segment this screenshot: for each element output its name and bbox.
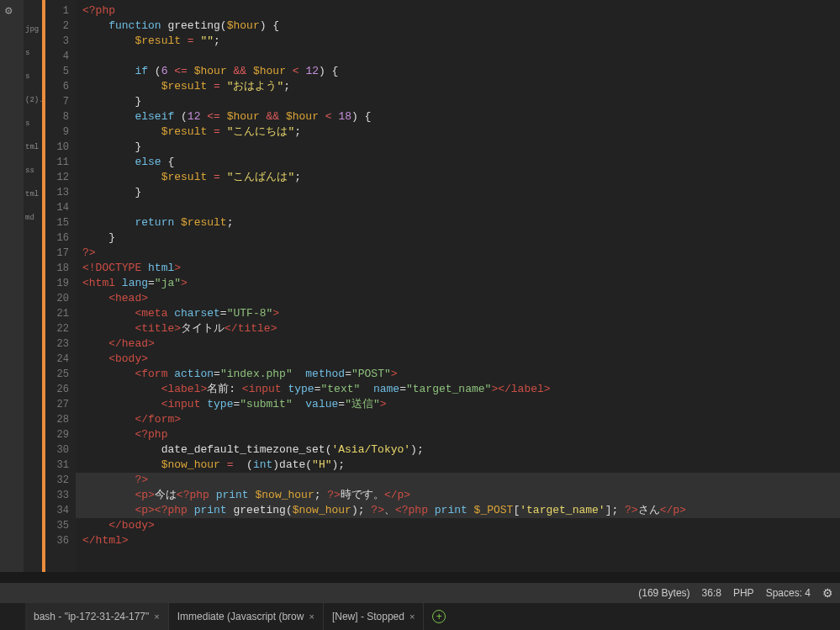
close-icon[interactable]: ×: [154, 611, 159, 622]
line-number: 28: [45, 412, 76, 427]
settings-gear-icon[interactable]: ⚙: [822, 586, 833, 600]
code-line[interactable]: $result = "おはよう";: [76, 79, 840, 94]
code-line[interactable]: return $result;: [76, 215, 840, 230]
terminal-tab[interactable]: bash - "ip-172-31-24-177"×: [25, 603, 169, 630]
code-line[interactable]: }: [76, 185, 840, 200]
code-line[interactable]: [76, 49, 840, 64]
close-icon[interactable]: ×: [309, 611, 314, 622]
terminal-tab-label: bash - "ip-172-31-24-177": [34, 611, 149, 622]
line-number: 24: [45, 352, 76, 367]
language-mode[interactable]: PHP: [733, 587, 754, 599]
file-tree-item[interactable]: tml: [24, 190, 42, 199]
file-tree-item[interactable]: jpg: [24, 25, 42, 34]
line-number: 17: [45, 246, 76, 261]
file-tree-item[interactable]: md: [24, 214, 42, 222]
file-tree-item[interactable]: ss: [24, 167, 42, 175]
line-number: 26: [45, 382, 76, 397]
code-line[interactable]: ?>: [76, 246, 840, 261]
code-line[interactable]: <form action="index.php" method="POST">: [76, 367, 840, 382]
line-number: 2: [45, 19, 76, 34]
line-number: 14: [45, 200, 76, 215]
line-number: 23: [45, 336, 76, 352]
code-line[interactable]: }: [76, 94, 840, 109]
line-number: 10: [45, 140, 76, 155]
terminal-tab-label: Immediate (Javascript (brow: [177, 611, 304, 622]
line-number: 27: [45, 397, 76, 412]
new-terminal-button[interactable]: +: [432, 610, 446, 623]
code-line[interactable]: <?php: [76, 427, 840, 442]
editor-area: ⚙ jpgss(2).shstmlsstmlmd 123456789101112…: [0, 0, 840, 572]
code-line[interactable]: </head>: [76, 336, 840, 352]
code-line[interactable]: <label>名前: <input type="text" name="targ…: [76, 382, 840, 397]
line-number: 33: [45, 488, 76, 503]
close-icon[interactable]: ×: [409, 611, 415, 622]
code-line[interactable]: $result = "こんばんは";: [76, 170, 840, 185]
file-tree-item[interactable]: s: [24, 72, 42, 81]
status-bar: (169 Bytes) 36:8 PHP Spaces: 4 ⚙: [0, 583, 840, 603]
code-line[interactable]: date_default_timezone_set('Asia/Tokyo');: [76, 442, 840, 458]
code-line[interactable]: <title>タイトル</title>: [76, 321, 840, 336]
code-line[interactable]: </form>: [76, 412, 840, 427]
line-number: 18: [45, 261, 76, 276]
code-line[interactable]: <body>: [76, 352, 840, 367]
line-number: 16: [45, 230, 76, 246]
code-line[interactable]: <p><?php print greeting($now_hour); ?>、<…: [76, 503, 840, 518]
code-line[interactable]: function greeting($hour) {: [76, 19, 840, 34]
code-editor[interactable]: <?php function greeting($hour) { $result…: [76, 0, 840, 572]
file-tree-item[interactable]: tml: [24, 143, 42, 151]
code-line[interactable]: <!DOCTYPE html>: [76, 261, 840, 276]
indent-mode[interactable]: Spaces: 4: [766, 587, 811, 599]
line-number: 5: [45, 64, 76, 79]
line-number: 35: [45, 518, 76, 533]
line-number: 6: [45, 79, 76, 94]
code-line[interactable]: }: [76, 230, 840, 246]
code-line[interactable]: <meta charset="UTF-8">: [76, 306, 840, 321]
code-line[interactable]: elseif (12 <= $hour && $hour < 18) {: [76, 109, 840, 124]
line-number: 4: [45, 49, 76, 64]
line-number: 34: [45, 503, 76, 518]
terminal-tab-label: [New] - Stopped: [332, 611, 404, 622]
code-line[interactable]: [76, 200, 840, 215]
line-number: 12: [45, 170, 76, 185]
code-line[interactable]: </body>: [76, 518, 840, 533]
line-number: 21: [45, 306, 76, 321]
line-number-gutter: 1234567891011121314151617181920212223242…: [45, 0, 76, 572]
code-line[interactable]: $now_hour = (int)date("H");: [76, 458, 840, 473]
file-size: (169 Bytes): [638, 587, 689, 599]
code-line[interactable]: <input type="submit" value="送信">: [76, 397, 840, 412]
code-line[interactable]: <?php: [76, 3, 840, 19]
line-number: 20: [45, 291, 76, 306]
line-number: 15: [45, 215, 76, 230]
line-number: 31: [45, 458, 76, 473]
line-number: 3: [45, 34, 76, 49]
code-line[interactable]: if (6 <= $hour && $hour < 12) {: [76, 64, 840, 79]
line-number: 9: [45, 124, 76, 140]
file-tree-item[interactable]: s: [24, 119, 42, 128]
file-tree[interactable]: jpgss(2).shstmlsstmlmd: [24, 0, 42, 572]
code-line[interactable]: }: [76, 140, 840, 155]
terminal-tab[interactable]: Immediate (Javascript (brow×: [169, 603, 324, 630]
code-line[interactable]: <p>今は<?php print $now_hour; ?>時です。</p>: [76, 488, 840, 503]
cursor-position[interactable]: 36:8: [702, 587, 721, 599]
line-number: 1: [45, 3, 76, 19]
code-line[interactable]: <html lang="ja">: [76, 276, 840, 291]
code-line[interactable]: $result = "";: [76, 34, 840, 49]
line-number: 22: [45, 321, 76, 336]
line-number: 13: [45, 185, 76, 200]
line-number: 19: [45, 276, 76, 291]
file-tree-item[interactable]: (2).sh: [24, 96, 42, 104]
code-line[interactable]: <head>: [76, 291, 840, 306]
line-number: 36: [45, 533, 76, 548]
code-line[interactable]: $result = "こんにちは";: [76, 124, 840, 140]
code-line[interactable]: </html>: [76, 533, 840, 548]
activity-bar: ⚙: [0, 0, 24, 572]
terminal-tab[interactable]: [New] - Stopped×: [324, 603, 424, 630]
gear-icon[interactable]: ⚙: [5, 3, 12, 18]
line-number: 11: [45, 155, 76, 170]
code-line[interactable]: ?>: [76, 473, 840, 488]
code-line[interactable]: else {: [76, 155, 840, 170]
line-number: 32: [45, 473, 76, 488]
file-tree-item[interactable]: s: [24, 49, 42, 57]
line-number: 30: [45, 442, 76, 458]
line-number: 25: [45, 367, 76, 382]
